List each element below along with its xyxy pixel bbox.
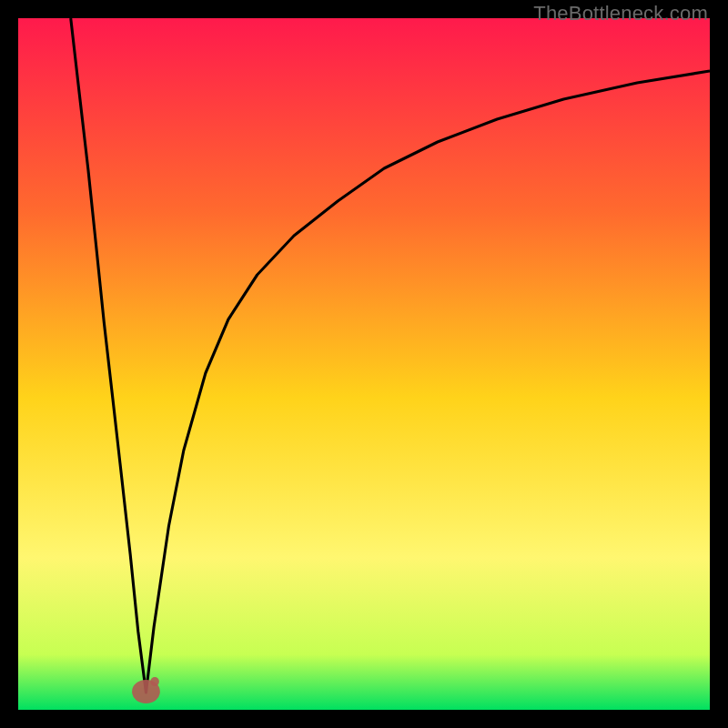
bottleneck-curve <box>71 18 710 693</box>
notch-marker <box>132 677 160 703</box>
plot-frame <box>18 18 710 710</box>
marker-dot <box>150 677 159 686</box>
bottleneck-curve-svg <box>18 18 710 710</box>
